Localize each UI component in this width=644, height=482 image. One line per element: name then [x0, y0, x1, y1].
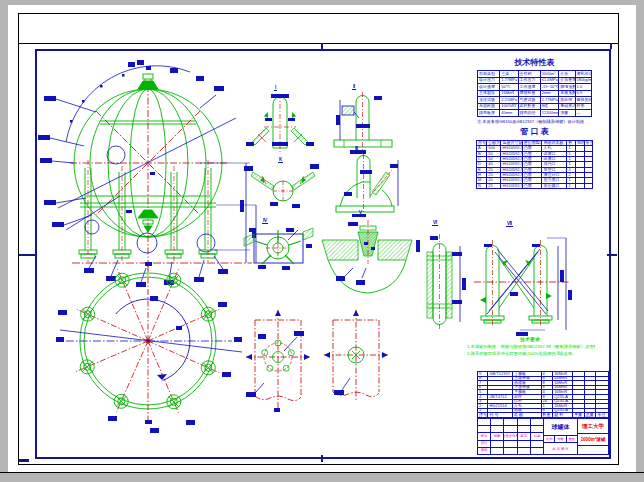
table-cell: 凸面	[523, 168, 543, 172]
table-cell: HG20592-97	[501, 146, 522, 150]
table-cell: 凸面	[523, 162, 543, 166]
table-cell	[585, 173, 593, 177]
sheet-count: 共 张 第 张	[544, 443, 577, 454]
table-cell: 工作压力	[519, 78, 541, 84]
table-cell: 充装系数	[559, 91, 575, 97]
table-cell: HG20592-97	[501, 173, 522, 177]
view-label-III: Ⅲ	[354, 146, 359, 152]
table-cell	[576, 162, 585, 166]
table-cell	[585, 184, 593, 188]
table-row: 设计压力1.77MPa工作压力≤1.6MPa介质密度580kg/m³	[478, 78, 591, 85]
table-cell: 支柱	[513, 395, 542, 399]
table-cell: 2	[478, 404, 488, 408]
table-cell: 热处理	[559, 97, 575, 103]
table-row: 序号代 号名 称数量材 料单重总重备注	[478, 413, 608, 417]
table-cell: 0.9	[576, 91, 591, 97]
view-label-K: K	[278, 157, 283, 163]
note-line: 1.本球罐的制造、检验与验收按GB12337-98《钢制球形储罐》及图样要求进行…	[467, 344, 595, 351]
table-cell: 全容积	[519, 71, 541, 77]
table-cell	[585, 404, 597, 408]
table-cell: 公称尺寸	[487, 141, 501, 145]
tech-table-title: 技术特性表	[477, 57, 592, 68]
table-row: 水压试验2.21MPa气密试验1.77MPa热处理整体热处理	[478, 97, 591, 104]
table-cell: 1	[567, 162, 576, 166]
table-cell: 气密试验	[519, 97, 541, 103]
table-cell: 1	[567, 157, 576, 161]
table-cell: HG21514	[488, 404, 512, 408]
table-cell: 500	[487, 146, 501, 150]
table-cell: 40mm	[500, 110, 518, 116]
cad-viewer-window: { "palette": { "line_green": "#00b400", …	[0, 0, 644, 482]
table-cell: M	[477, 178, 487, 182]
table-cell: 2mm	[541, 91, 559, 97]
table-cell	[573, 409, 585, 413]
table-cell	[585, 157, 593, 161]
table-cell	[576, 168, 585, 172]
table-cell: 主体材质	[478, 91, 500, 97]
title-block-right: 理工大学 1000m³球罐	[578, 419, 608, 454]
bom-table: 9GB/T12337上极板416MnR8上温带板816MnR7赤道板816MnR…	[477, 371, 609, 418]
title-block-header-row: 标记 处数 更改文件号 签字 日期	[478, 433, 543, 440]
table-cell: 名 称	[513, 413, 542, 417]
table-cell: 出液口	[542, 157, 567, 161]
detail-x-brace	[474, 238, 572, 336]
table-cell: 5	[478, 390, 488, 394]
table-cell	[576, 146, 585, 150]
table-cell: 容器类别	[478, 71, 500, 77]
ratio-row: 比例 件数 重量	[544, 436, 577, 443]
table-cell: 上极板	[513, 372, 542, 376]
table-cell	[585, 395, 597, 399]
table-cell: 4	[542, 372, 554, 376]
view-label-I: Ⅰ	[274, 85, 277, 91]
table-cell: C	[477, 157, 487, 161]
table-cell	[488, 377, 512, 381]
table-cell: 2	[567, 173, 576, 177]
table-cell: 赤道板	[513, 381, 542, 385]
table-cell: HG20592-97	[501, 162, 522, 166]
table-cell	[576, 178, 585, 182]
nozzle-table: 符号公称尺寸连接尺寸标准密封面型式用途或名称数规格备注A500HG20592-9…	[476, 140, 593, 189]
table-cell: 16MnR	[553, 404, 573, 408]
title-block: 标记 处数 更改文件号 签字 日期 设计 审核 球罐体 比例 件数 重量 共 张…	[477, 418, 609, 455]
table-cell: 580kg/m³	[576, 78, 591, 84]
table-cell: 12300mm	[541, 110, 559, 116]
table-cell: 7	[478, 381, 488, 385]
table-cell: 8	[478, 377, 488, 381]
table-cell: 16MnR	[553, 372, 573, 376]
table-cell: 1	[567, 168, 576, 172]
view-label-IV: Ⅳ	[262, 218, 268, 224]
table-cell	[573, 390, 585, 394]
table-cell: 进液口	[542, 152, 567, 156]
table-cell: 环形	[576, 104, 591, 110]
table-cell: 1	[567, 184, 576, 188]
table-cell	[585, 162, 593, 166]
view-elevation-sphere	[38, 60, 256, 287]
table-cell	[573, 372, 585, 376]
detail-saddle	[336, 154, 398, 217]
table-cell: 球壳板厚	[478, 110, 500, 116]
table-cell	[573, 395, 585, 399]
table-cell: -19~50℃	[541, 84, 559, 90]
table-cell: 人孔	[542, 146, 567, 150]
table-cell	[576, 184, 585, 188]
table-cell: 4	[478, 395, 488, 399]
table-cell: 25	[487, 173, 501, 177]
table-cell: 20	[487, 178, 501, 182]
table-cell: 符号	[477, 141, 487, 145]
detail-k-view	[244, 164, 319, 208]
table-cell: Q235-A	[553, 409, 573, 413]
table-cell: HG20592-97	[501, 168, 522, 172]
table-cell: 腐蚀裕量	[519, 91, 541, 97]
table-cell: JB/T4712	[488, 395, 512, 399]
table-cell: 50℃	[500, 84, 518, 90]
table-cell	[488, 386, 512, 390]
table-cell: 排污口	[542, 162, 567, 166]
table-cell: 连接尺寸标准	[501, 141, 522, 145]
table-cell	[585, 390, 597, 394]
table-cell	[596, 377, 608, 381]
detail-plate-bolt-circle	[246, 310, 310, 412]
table-cell	[585, 178, 593, 182]
table-cell: 1	[567, 146, 576, 150]
table-cell: 整体热处理	[576, 97, 591, 103]
table-cell: 净重	[559, 110, 575, 116]
